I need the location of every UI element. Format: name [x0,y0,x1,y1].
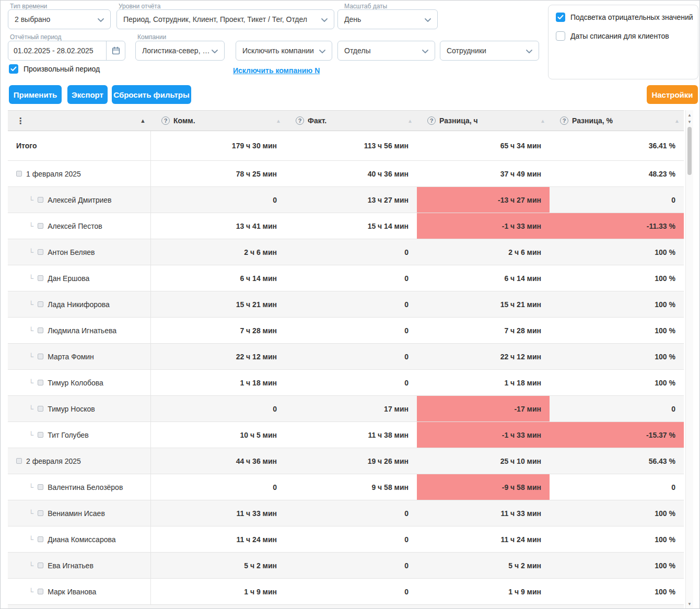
sort-icon[interactable]: ▲ [407,118,413,124]
table-row[interactable]: └Алексей Дмитриев013 ч 27 мин-13 ч 27 ми… [8,187,684,213]
row-checkbox-icon[interactable] [38,249,43,255]
settings-button[interactable]: Настройки [647,85,698,104]
cell-fact: 19 ч 26 мин [285,448,417,474]
row-label: Тимур Колобова [48,379,103,387]
table-row[interactable]: └Дан Ершова6 ч 14 мин06 ч 14 мин100 % [8,265,684,291]
column-header-diff-percent[interactable]: ? Разница, % ▲ [550,111,684,131]
scrollbar-thumb[interactable] [687,127,692,175]
row-checkbox-icon[interactable] [38,432,43,438]
report-period-input[interactable]: 01.02.2025 - 28.02.2025 [8,41,125,61]
table-row[interactable]: └Ева Игнатьев5 ч 2 мин05 ч 2 мин100 % [8,553,684,579]
row-checkbox-icon[interactable] [38,197,43,203]
column-header-diff-hours[interactable]: ? Разница, ч ▲ [417,111,550,131]
help-icon[interactable]: ? [560,116,568,125]
apply-button[interactable]: Применить [9,85,62,104]
cell-fact: 40 ч 36 мин [285,161,417,186]
cell-comm: 1 ч 9 мин [151,579,285,604]
cell-fact: 0 [285,318,417,343]
row-checkbox-icon[interactable] [38,536,43,542]
reset-filters-button[interactable]: Сбросить фильтры [112,85,191,104]
column-header-rows[interactable]: ⋮ ▲ [8,111,151,131]
table-row[interactable]: └Алексей Пестов13 ч 41 мин15 ч 14 мин-1 … [8,213,684,239]
table-row[interactable]: └Лада Никифорова15 ч 21 мин015 ч 21 мин1… [8,291,684,318]
table-row[interactable]: └Марта Фомин22 ч 12 мин022 ч 12 мин100 % [8,344,684,370]
checkbox-unchecked-icon[interactable] [556,31,565,41]
table-row[interactable]: └Тимур Колобова1 ч 18 мин01 ч 18 мин100 … [8,370,684,396]
row-name-cell: └Тимур Колобова [8,370,151,395]
cell-diff_h: 7 ч 28 мин [417,318,550,343]
row-checkbox-icon[interactable] [38,563,43,568]
scroll-down-icon[interactable]: ▼ [686,600,693,607]
report-levels-select[interactable]: Период, Сотрудник, Клиент, Проект, Тикет… [116,9,334,29]
date-scale-select[interactable]: День [337,9,438,29]
help-icon[interactable]: ? [161,116,170,125]
table-row[interactable]: Итого179 ч 30 мин113 ч 56 мин65 ч 34 мин… [8,131,684,161]
export-button[interactable]: Экспорт [67,85,108,104]
date-scale-label: Масштаб даты [344,3,387,10]
table-row[interactable]: └Тимур Носков017 мин-17 мин0 [8,396,684,422]
exclude-companies-select[interactable]: Исключить компании [236,41,332,61]
sort-icon[interactable]: ▲ [674,118,680,124]
row-checkbox-icon[interactable] [16,458,22,464]
exclude-company-link[interactable]: Исключить компанию N [233,66,320,75]
column-header-comm[interactable]: ? Комм. ▲ [151,111,285,131]
sort-asc-icon[interactable]: ▲ [140,118,146,124]
checkbox-checked-icon[interactable] [556,13,565,22]
row-checkbox-icon[interactable] [38,223,43,229]
column-label: Комм. [173,116,195,125]
row-checkbox-icon[interactable] [38,510,43,516]
table-row[interactable]: 2 февраля 202544 ч 36 мин19 ч 26 мин25 ч… [8,448,684,474]
row-checkbox-icon[interactable] [38,327,43,333]
kebab-menu-icon[interactable]: ⋮ [16,116,25,126]
help-icon[interactable]: ? [427,116,436,125]
cell-comm: 11 ч 33 мин [151,500,285,526]
row-checkbox-icon[interactable] [38,275,43,281]
employees-select[interactable]: Сотрудники [440,41,539,61]
sort-icon[interactable]: ▲ [540,118,545,124]
table-row[interactable]: └Марк Иванова1 ч 9 мин01 ч 9 мин100 % [8,579,684,605]
row-checkbox-icon[interactable] [16,171,22,177]
row-checkbox-icon[interactable] [38,589,43,594]
table-row[interactable]: └Тит Голубев10 ч 5 мин11 ч 38 мин-1 ч 33… [8,422,684,448]
table-row[interactable]: └Валентина Белозёров09 ч 58 мин-9 ч 58 м… [8,474,684,500]
departments-select[interactable]: Отделы [337,41,435,61]
table-header: ⋮ ▲ ? Комм. ▲ ? Факт. ▲ ? Разница, ч ▲ ?… [8,110,684,131]
column-header-fact[interactable]: ? Факт. ▲ [285,111,417,131]
calendar-button[interactable] [106,41,125,60]
date-scale-value: День [344,15,361,24]
table-row[interactable]: └Антон Беляев2 ч 6 мин02 ч 6 мин100 % [8,239,684,265]
row-name-cell: └Ева Игнатьев [8,553,151,578]
row-checkbox-icon[interactable] [38,354,43,359]
cell-comm: 0 [151,187,285,213]
checkbox-checked-icon[interactable] [9,64,18,74]
help-icon[interactable]: ? [296,116,304,125]
cell-diff_h: -9 ч 58 мин [417,474,550,500]
vertical-scrollbar[interactable]: ▲ ▼ ▼ [685,110,693,608]
companies-select[interactable]: Логистика-север, МТ [135,41,225,61]
table-row[interactable]: └Людмила Игнатьева7 ч 28 мин07 ч 28 мин1… [8,318,684,344]
cell-comm: 13 ч 41 мин [151,213,285,239]
row-checkbox-icon[interactable] [38,380,43,385]
time-type-select[interactable]: 2 выбрано [8,9,111,29]
highlight-negative-checkbox[interactable]: Подсветка отрицательных значений [556,13,693,22]
cell-diff_h: -17 мин [417,396,550,421]
tree-branch-icon: └ [29,301,33,308]
cell-diff_p: 100 % [550,553,684,578]
departments-placeholder: Отделы [344,46,371,55]
custom-period-checkbox[interactable]: Произвольный период [9,64,100,74]
writeoff-dates-checkbox[interactable]: Даты списания для клиентов [556,31,669,41]
table-row[interactable]: 1 февраля 202578 ч 25 мин40 ч 36 мин37 ч… [8,161,684,187]
scroll-down-icon[interactable]: ▼ [686,118,693,125]
cell-fact: 9 ч 58 мин [285,474,417,500]
table-row[interactable]: └Вениамин Исаев11 ч 33 мин011 ч 33 мин10… [8,500,684,526]
row-checkbox-icon[interactable] [38,406,43,412]
scroll-up-icon[interactable]: ▲ [686,111,693,119]
row-checkbox-icon[interactable] [38,301,43,307]
row-checkbox-icon[interactable] [38,484,43,490]
report-period-label: Отчётный период [10,33,62,41]
table-row[interactable]: └Диана Комиссарова11 ч 24 мин011 ч 24 ми… [8,526,684,553]
tree-branch-icon: └ [29,405,33,412]
report-table: ⋮ ▲ ? Комм. ▲ ? Факт. ▲ ? Разница, ч ▲ ?… [8,110,684,609]
cell-comm: 0 [151,474,285,500]
sort-icon[interactable]: ▲ [276,118,281,124]
